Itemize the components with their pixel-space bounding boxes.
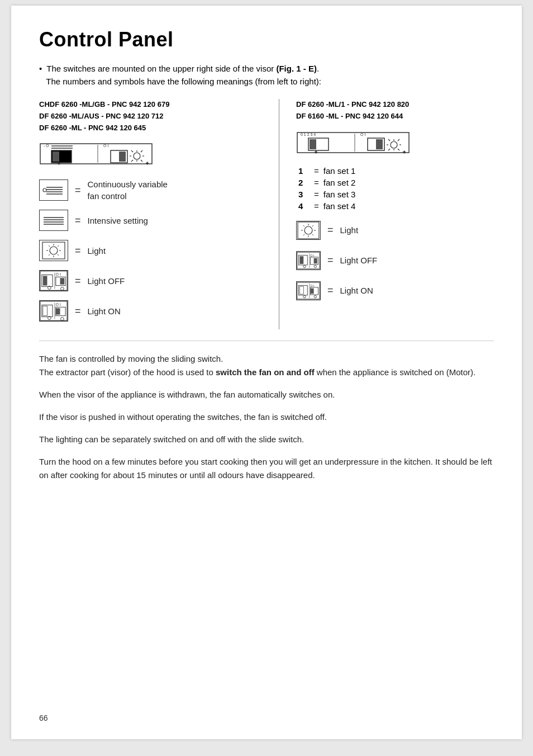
equals-1: = [75,215,81,226]
light-icon-left [41,241,66,260]
bottom-paragraph-4: Turn the hood on a few minutes before yo… [39,455,494,482]
svg-rect-66 [376,139,383,149]
fan-num-3: 4 [298,201,310,211]
right-column: DF 6260 -ML/1 - PNC 942 120 820 DF 6160 … [279,99,494,329]
intro-fig-ref: (Fig. 1 - E) [276,64,317,73]
right-model-label: DF 6260 -ML/1 - PNC 942 120 820 DF 6160 … [296,99,494,122]
equals-4: = [75,305,81,317]
svg-text:O  I: O I [360,133,365,136]
bottom-paragraph-3: The lighting can be separately switched … [39,433,494,446]
fan-row-0: 1 = fan set 1 [298,166,494,176]
left-symbol-label-2: Light [88,245,106,257]
svg-text:O  I: O I [311,254,315,257]
bold-text-0: switch the fan on and off [216,367,315,377]
right-symbol-label-1: Light OFF [340,254,378,266]
page-number: 66 [39,714,48,722]
fan-row-3: 4 = fan set 4 [298,201,494,211]
svg-text:O  I: O I [103,144,108,148]
fan-label-2: fan set 3 [323,190,356,199]
page-container: Control Panel • The switches are mounted… [11,6,522,739]
left-switch-panel-diagram: - O ✦ O I [39,139,268,169]
right-equals-2: = [327,285,334,296]
svg-text:O  I: O I [311,284,315,287]
svg-text:✦: ✦ [145,160,150,167]
right-equals-1: = [327,254,334,266]
left-model-label: CHDF 6260 -ML/GB - PNC 942 120 679 DF 62… [39,99,268,134]
light-off-icon-left: O I [40,270,68,291]
right-symbol-label-0: Light [340,224,359,236]
left-column: CHDF 6260 -ML/GB - PNC 942 120 679 DF 62… [39,99,279,329]
left-symbol-box-3: O I [39,270,68,291]
svg-text:✦: ✦ [402,149,407,155]
fan-num-1: 2 [298,178,310,187]
right-panel-svg: 0 1 2 3 4 ✦ O I [296,128,413,156]
svg-rect-42 [43,276,47,286]
intro-period: . [317,64,319,73]
bottom-paragraph-0: The fan is controlled by moving the slid… [39,352,494,379]
svg-rect-56 [56,309,60,315]
left-symbol-row-0: = Continuously variablefan control [39,178,268,202]
svg-text:O  I: O I [56,273,61,277]
left-symbol-row-1: = Intensive setting [39,209,268,232]
left-symbol-box-1 [39,210,68,231]
fan-settings-list: 1 = fan set 1 2 = fan set 2 3 = fan set … [296,166,494,211]
equals-0: = [75,185,81,196]
svg-rect-61 [310,139,316,149]
intro-text-main: The switches are mounted on the upper ri… [46,64,276,73]
svg-rect-103 [311,288,314,294]
fan-num-2: 3 [298,190,310,199]
left-symbol-box-0 [39,179,68,201]
right-symbol-label-2: Light ON [340,285,373,296]
right-symbol-box-1: O I [296,251,321,270]
bottom-paragraph-1: When the visor of the appliance is withd… [39,388,494,401]
intro-bullet: • [39,64,44,73]
light-off-icon-right: O I [297,251,320,271]
diagram-section: CHDF 6260 -ML/GB - PNC 942 120 679 DF 62… [39,99,494,329]
right-symbol-row-0: = Light [296,219,494,242]
left-symbol-row-4: O I = Light ON [39,299,268,323]
fan-label-1: fan set 2 [323,178,356,187]
left-symbol-row-3: O I = Light OFF [39,269,268,292]
svg-rect-51 [43,306,47,316]
left-symbol-label-3: Light OFF [88,275,125,287]
continuously-variable-icon [41,182,66,199]
left-symbol-label-0: Continuously variablefan control [88,178,168,202]
light-on-icon-left: O I [40,300,68,322]
right-symbol-row-2: O I = Light ON [296,279,494,303]
right-symbol-box-2: O I [296,281,321,300]
svg-text:0 1 2 3 4: 0 1 2 3 4 [301,133,316,136]
svg-rect-98 [299,286,303,294]
left-symbol-row-2: = Light [39,239,268,262]
fan-label-3: fan set 4 [323,201,356,211]
right-symbol-box-0 [296,221,321,240]
intro-line2: The numbers and symbols have the followi… [46,77,321,86]
right-equals-0: = [327,224,334,236]
right-symbol-row-1: O I = Light OFF [296,249,494,272]
equals-3: = [75,275,81,287]
svg-rect-10 [119,152,126,162]
section-divider [39,341,494,341]
svg-text:✦: ✦ [56,160,61,167]
intro-paragraph: • The switches are mounted on the upper … [39,63,494,88]
svg-text:✦: ✦ [313,149,318,155]
svg-text:- O: - O [44,144,49,148]
bottom-paragraph-2: If the visor is pushed in without operat… [39,410,494,424]
svg-rect-47 [60,278,65,285]
light-on-icon-right: O I [297,281,320,301]
right-switch-panel-diagram: 0 1 2 3 4 ✦ O I [296,128,494,158]
left-symbol-box-2 [39,240,68,261]
page-title: Control Panel [39,28,494,51]
svg-rect-94 [314,258,317,263]
equals-2: = [75,245,81,257]
intensive-setting-icon [41,212,66,229]
fan-row-1: 2 = fan set 2 [298,178,494,187]
left-symbol-box-4: O I [39,300,68,322]
left-symbol-label-1: Intensive setting [88,215,148,226]
fan-row-2: 3 = fan set 3 [298,190,494,199]
light-icon-right [297,221,320,239]
left-panel-svg: - O ✦ O I [39,139,156,167]
left-symbol-label-4: Light ON [88,305,121,317]
svg-rect-89 [299,256,303,264]
fan-num-0: 1 [298,166,310,176]
fan-label-0: fan set 1 [323,166,356,176]
